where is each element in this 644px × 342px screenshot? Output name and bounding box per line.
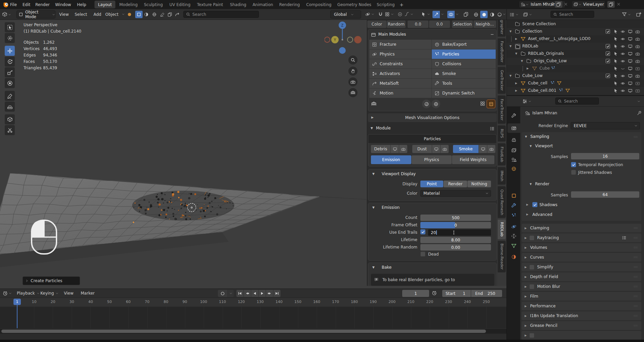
display-option-render[interactable]: Render <box>444 181 467 187</box>
scene-delete-icon[interactable] <box>564 2 568 6</box>
shading-material-button[interactable] <box>488 11 496 18</box>
module-section-header[interactable]: ▼Module <box>368 125 497 132</box>
sidebar-tab-grapher[interactable]: grapher <box>498 20 506 37</box>
workspace-tab-shading[interactable]: Shading <box>228 1 249 8</box>
viewport-disable-icon[interactable] <box>628 66 633 71</box>
crate-toggle-button[interactable] <box>487 100 495 108</box>
module-metalsoft-button[interactable]: MetalSoft <box>369 79 431 88</box>
workspace-tab-geometry-nodes[interactable]: Geometry Nodes <box>336 1 373 8</box>
selectable-cursor-icon[interactable] <box>613 66 618 71</box>
expand-arrow[interactable]: ▶ <box>527 67 529 70</box>
panel-clamping[interactable]: ▶Clamping <box>522 224 641 232</box>
system-debris-render-toggle[interactable] <box>399 145 407 153</box>
grip-dots-icon[interactable] <box>633 236 638 240</box>
panel-film[interactable]: ▶Film <box>522 292 641 301</box>
collection-checkbox[interactable] <box>606 59 610 63</box>
menu-edit[interactable]: Edit <box>23 0 30 9</box>
system-smoke-render-toggle[interactable] <box>487 145 495 153</box>
system-debris-viewport-toggle[interactable] <box>391 145 399 153</box>
module-particles-button[interactable]: Particles <box>432 49 496 59</box>
display-option-nothing[interactable]: Nothing <box>467 181 491 187</box>
scene-copy-button[interactable] <box>555 1 562 8</box>
render-disable-icon[interactable] <box>635 51 640 56</box>
sidebar-tab-rlps[interactable]: RLPS <box>498 125 506 142</box>
lifetime-random-field[interactable]: 0.00 <box>420 244 491 251</box>
show-gizmo-icon[interactable] <box>421 12 426 17</box>
module-activators-button[interactable]: Activators <box>369 69 431 78</box>
visibility-eye-icon[interactable] <box>620 29 625 34</box>
visibility-eye-icon[interactable] <box>620 88 625 93</box>
grip-dots-icon[interactable] <box>633 294 638 298</box>
module-dynamic-switch-button[interactable]: Dynamic Switch <box>432 88 496 98</box>
workspace-tab-layout[interactable]: Layout <box>94 1 115 8</box>
auto-keying-button[interactable] <box>218 290 227 297</box>
timeline-tracks[interactable] <box>0 307 506 328</box>
end-frame-field[interactable]: End250 <box>471 290 502 297</box>
render-engine-dropdown[interactable]: EEVEE <box>571 122 640 129</box>
visibility-eye-icon[interactable] <box>620 51 625 56</box>
proportional-falloff-icon[interactable] <box>404 12 409 17</box>
tab-material[interactable] <box>507 252 520 262</box>
tab-constraints[interactable] <box>507 231 520 241</box>
tab-output[interactable] <box>507 136 520 145</box>
grip-dots-icon[interactable] <box>633 255 638 259</box>
chevron-down-icon[interactable] <box>637 100 640 103</box>
use-end-trails-edit-field[interactable]: 20 <box>428 229 491 236</box>
render-disable-icon[interactable] <box>635 44 640 49</box>
tool-setting-4[interactable]: Selection <box>452 21 473 28</box>
panel-checkbox[interactable] <box>529 265 534 270</box>
toggle-grid-button[interactable] <box>348 88 357 97</box>
render-disable-icon[interactable] <box>635 37 640 41</box>
grip-dots-icon[interactable] <box>633 275 638 279</box>
pin-icon[interactable] <box>550 2 554 7</box>
chevron-down-icon[interactable] <box>391 13 394 16</box>
pose-icon[interactable] <box>175 12 180 17</box>
collapse-arrow[interactable]: ▼ <box>509 74 512 77</box>
outliner-row-rbdlab-originals[interactable]: ▼RBDLab_Originals <box>507 50 644 58</box>
selectable-cursor-icon[interactable] <box>613 29 618 34</box>
module-physics-button[interactable]: Physics <box>369 49 431 59</box>
chevron-down-icon[interactable] <box>122 13 125 16</box>
outliner-row-cube-low[interactable]: ▼Cube_Low <box>507 72 644 80</box>
jump-to-end-button[interactable] <box>273 290 280 297</box>
active-tool-button[interactable] <box>135 11 143 18</box>
selectable-cursor-icon[interactable] <box>613 37 618 41</box>
visibility-eye-icon[interactable] <box>620 44 625 49</box>
jump-to-start-button[interactable] <box>236 290 243 297</box>
viewport-menu-object[interactable]: Object <box>105 9 118 20</box>
panel-motion-blur[interactable]: ▶Motion Blur <box>522 282 641 291</box>
tool-transform-button[interactable] <box>5 78 15 88</box>
grip-dots-icon[interactable] <box>633 135 638 139</box>
current-frame-badge[interactable]: 1 <box>13 299 21 305</box>
current-frame-field[interactable]: 1 <box>402 290 429 297</box>
expand-arrow[interactable]: ▶ <box>515 37 517 40</box>
tab-field-weights[interactable]: Field Weights <box>452 155 494 164</box>
tab-particles[interactable] <box>507 211 520 220</box>
panel-checkbox[interactable] <box>529 235 534 240</box>
falloff-icon[interactable] <box>144 12 149 17</box>
tool-scale-button[interactable] <box>5 67 15 77</box>
temporal-reprojection-checkbox[interactable] <box>571 162 576 167</box>
brush-icon[interactable] <box>127 12 132 17</box>
count-field[interactable]: 500 <box>420 215 491 221</box>
viewport-disable-icon[interactable] <box>628 88 633 93</box>
wheel-toggle-button[interactable] <box>431 100 440 108</box>
panel-raytracing[interactable]: ▶Raytracing <box>522 233 641 242</box>
sidebar-tab-fluidlab[interactable]: FluidLab <box>498 143 506 165</box>
viewport-disable-icon[interactable] <box>628 51 633 56</box>
chevron-down-icon[interactable] <box>9 292 12 295</box>
editor-type-button[interactable] <box>2 11 14 18</box>
preset-list-icon[interactable] <box>490 126 495 131</box>
chevron-down-icon[interactable] <box>528 100 531 103</box>
display-mode-icon[interactable] <box>523 12 528 17</box>
tool-setting-2[interactable]: 0.0 <box>408 21 428 28</box>
workspace-tab-rendering[interactable]: Rendering <box>277 1 302 8</box>
tool-move-button[interactable] <box>5 46 15 56</box>
selectable-cursor-icon[interactable] <box>613 81 618 86</box>
color-dropdown[interactable]: Material <box>420 190 491 197</box>
menu-window[interactable]: Window <box>55 0 71 9</box>
expand-arrow[interactable]: ▶ <box>515 89 517 92</box>
tool-cut-button[interactable] <box>5 125 15 135</box>
header-search-field[interactable]: Search <box>183 11 259 18</box>
workspace-tab-animation[interactable]: Animation <box>251 1 275 8</box>
